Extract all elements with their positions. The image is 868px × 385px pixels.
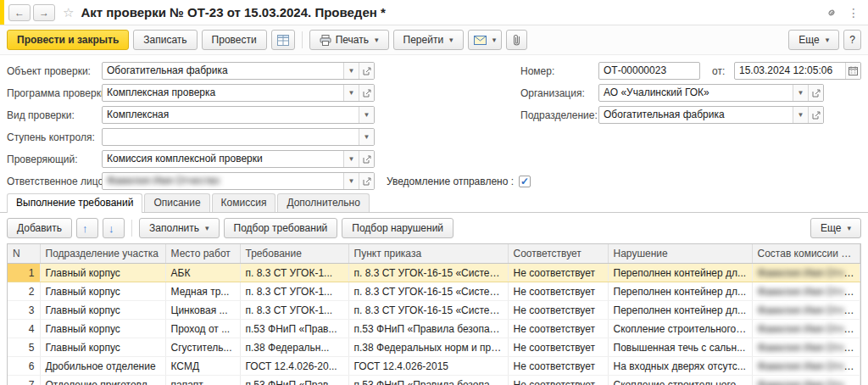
cell-compliance[interactable]: Не соответствует	[508, 282, 608, 301]
program-open-icon[interactable]	[359, 85, 374, 101]
responsible-dropdown-icon[interactable]: ▼	[343, 173, 359, 189]
inspector-field[interactable]: Комиссия комплексной проверки ▼	[102, 150, 375, 168]
post-button[interactable]: Провести	[202, 30, 267, 50]
cell-order-clause[interactable]: п. 8.3 СТ УГОК-16-15 «Система ...	[348, 282, 508, 301]
object-field[interactable]: Обогатительная фабрика ▼	[102, 62, 375, 80]
add-row-button[interactable]: Добавить	[7, 218, 72, 238]
table-row[interactable]: 3Главный корпусЦинковая ...п. 8.3 СТ УГО…	[8, 301, 860, 320]
notification-checkbox[interactable]: ✓	[519, 176, 531, 187]
cell-order-clause[interactable]: п. 8.3 СТ УГОК-16-15 «Система ...	[348, 264, 508, 282]
save-button[interactable]: Записать	[133, 30, 197, 50]
table-row[interactable]: 5Главный корпусСгуститель...п.38 Федерал…	[8, 338, 860, 357]
cell-violation[interactable]: Переполнен контейнер дл...	[608, 264, 752, 282]
table-row[interactable]: 6Дробильное отделениеКСМДГОСТ 12.4.026-2…	[8, 357, 860, 376]
cell-department[interactable]: Главный корпус	[40, 301, 165, 320]
cell-requirement[interactable]: п.38 Федеральн...	[240, 338, 348, 357]
cell-department[interactable]: Главный корпус	[40, 338, 165, 357]
cell-commission[interactable]: Фамилия Имя Отчество	[752, 338, 860, 357]
program-dropdown-icon[interactable]: ▼	[343, 85, 359, 101]
organization-field[interactable]: АО «Учалинский ГОК» ▼	[598, 84, 824, 102]
move-up-button[interactable]: ↑	[76, 218, 98, 238]
cell-requirement[interactable]: п. 8.3 СТ УГОК-1...	[240, 301, 348, 320]
col-header-compliance[interactable]: Соответствует	[508, 244, 608, 264]
cell-department[interactable]: Главный корпус	[40, 282, 165, 301]
cell-compliance[interactable]: Не соответствует	[508, 338, 608, 357]
cell-n[interactable]: 2	[8, 282, 40, 301]
pick-violations-button[interactable]: Подбор нарушений	[342, 218, 453, 238]
cell-violation[interactable]: На входных дверях отсутс...	[608, 357, 752, 376]
cell-compliance[interactable]: Не соответствует	[508, 264, 608, 282]
cell-place[interactable]: КСМД	[165, 357, 240, 376]
attachments-button[interactable]	[506, 30, 527, 50]
cell-department[interactable]: Главный корпус	[40, 264, 165, 282]
cell-commission[interactable]: Фамилия Имя Отчество Фамили	[752, 282, 860, 301]
table-row[interactable]: 2Главный корпусМедная тр...п. 8.3 СТ УГО…	[8, 282, 860, 301]
organization-open-icon[interactable]	[808, 85, 823, 101]
table-row[interactable]: 1Главный корпусАБКп. 8.3 СТ УГОК-1...п. …	[8, 264, 860, 282]
more-menu-icon[interactable]: ⋮	[848, 6, 860, 20]
col-header-n[interactable]: N	[8, 244, 40, 264]
cell-requirement[interactable]: п.53 ФНиП «Прав...	[240, 376, 348, 385]
program-field[interactable]: Комплексная проверка ▼	[102, 84, 375, 102]
cell-place[interactable]: Сгуститель...	[165, 338, 240, 357]
cell-place[interactable]: АБК	[165, 264, 240, 282]
cell-n[interactable]: 7	[8, 376, 40, 385]
col-header-commission[interactable]: Состав комиссии по проверке	[752, 244, 860, 264]
cell-n[interactable]: 4	[8, 320, 40, 338]
table-row[interactable]: 4Главный корпусПроход от ...п.53 ФНиП «П…	[8, 320, 860, 338]
back-button[interactable]: ←	[8, 4, 31, 21]
cell-violation[interactable]: Скопление строительного ...	[608, 376, 752, 385]
cell-order-clause[interactable]: п.53 ФНиП «Правила безопасно...	[348, 320, 508, 338]
link-icon[interactable]	[826, 7, 837, 19]
cell-place[interactable]: Проход от ...	[165, 320, 240, 338]
cell-order-clause[interactable]: п.38 Федеральных норм и прави...	[348, 338, 508, 357]
cell-commission[interactable]: Фамилия Имя Отчество	[752, 320, 860, 338]
cell-n[interactable]: 6	[8, 357, 40, 376]
cell-place[interactable]: папапт	[165, 376, 240, 385]
cell-violation[interactable]: Повышенная течь с сальн...	[608, 338, 752, 357]
kind-dropdown-icon[interactable]: ▼	[359, 107, 374, 123]
tab-additional[interactable]: Дополнительно	[277, 193, 369, 212]
favorite-star-icon[interactable]: ☆	[63, 5, 74, 20]
cell-commission[interactable]: Фамилия Имя Отчество	[752, 376, 860, 385]
tab-description[interactable]: Описание	[144, 193, 209, 212]
cell-place[interactable]: Медная тр...	[165, 282, 240, 301]
col-header-order-clause[interactable]: Пункт приказа	[348, 244, 508, 264]
organization-dropdown-icon[interactable]: ▼	[793, 85, 808, 101]
cell-requirement[interactable]: п.53 ФНиП «Прав...	[240, 320, 348, 338]
col-header-department[interactable]: Подразделение участка	[40, 244, 165, 264]
show-postings-button[interactable]	[271, 30, 295, 50]
col-header-violation[interactable]: Нарушение	[608, 244, 752, 264]
responsible-field[interactable]: Фамилия Имя Отчество ▼	[102, 172, 375, 190]
pick-requirements-button[interactable]: Подбор требований	[224, 218, 338, 238]
cell-requirement[interactable]: п. 8.3 СТ УГОК-1...	[240, 264, 348, 282]
col-header-place[interactable]: Место работ	[165, 244, 240, 264]
cell-department[interactable]: Дробильное отделение	[40, 357, 165, 376]
cell-violation[interactable]: Скопление строительного ...	[608, 320, 752, 338]
cell-compliance[interactable]: Не соответствует	[508, 301, 608, 320]
table-more-button[interactable]: Еще ▾	[810, 218, 861, 238]
date-field[interactable]: 15.03.2024 12:05:06	[734, 62, 861, 80]
col-header-requirement[interactable]: Требование	[240, 244, 348, 264]
forward-button[interactable]: →	[33, 4, 55, 21]
cell-place[interactable]: Цинковая ...	[165, 301, 240, 320]
control-level-dropdown-icon[interactable]: ▼	[359, 129, 374, 145]
fill-button[interactable]: Заполнить ▾	[139, 218, 219, 238]
more-button[interactable]: Еще ▾	[788, 30, 839, 50]
cell-requirement[interactable]: п. 8.3 СТ УГОК-1...	[240, 282, 348, 301]
object-open-icon[interactable]	[359, 63, 374, 79]
responsible-open-icon[interactable]	[359, 173, 374, 189]
print-button[interactable]: Печать ▾	[309, 30, 389, 50]
cell-order-clause[interactable]: ГОСТ 12.4.026-2015	[348, 357, 508, 376]
cell-n[interactable]: 1	[8, 264, 40, 282]
cell-violation[interactable]: Переполнен контейнер дл...	[608, 301, 752, 320]
inspector-open-icon[interactable]	[359, 151, 374, 167]
tab-commission[interactable]: Комиссия	[212, 193, 276, 212]
cell-compliance[interactable]: Не соответствует	[508, 320, 608, 338]
cell-department[interactable]: Отделение приготовл...	[40, 376, 165, 385]
department-open-icon[interactable]	[808, 107, 823, 123]
cell-compliance[interactable]: Не соответствует	[508, 357, 608, 376]
cell-commission[interactable]: Фамилия Имя Отчеств	[752, 357, 860, 376]
move-down-button[interactable]: ↓	[103, 218, 125, 238]
cell-requirement[interactable]: ГОСТ 12.4.026-20...	[240, 357, 348, 376]
